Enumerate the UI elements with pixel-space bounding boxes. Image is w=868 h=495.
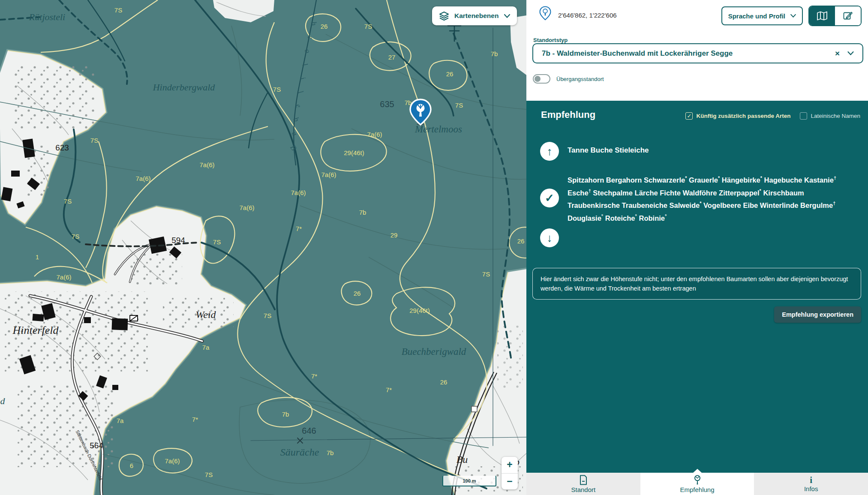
checkbox-unchecked-icon [800,112,807,120]
demoted-species-row: ↓ [540,228,859,247]
language-profile-label: Sprache und Profil [728,12,785,20]
latin-names-label: Lateinische Namen [811,113,860,119]
standorttyp-value: 7b - Waldmeister-Buchenwald mit Lockeräh… [542,49,733,58]
edit-icon [843,11,853,21]
map-icon [817,11,828,21]
info-icon: i [810,476,812,484]
suitable-species-list: Spitzahorn Bergahorn Schwarzerle* Grauer… [568,173,854,223]
chevron-down-icon [504,14,510,18]
zoom-control: + − [502,457,518,489]
layers-icon [439,11,449,21]
tab-infos[interactable]: i Infos [754,473,868,495]
tab-standort-label: Standort [571,486,595,493]
clear-selection-icon[interactable]: × [835,49,840,58]
empfehlung-title: Empfehlung [541,109,595,120]
map-layers-label: Kartenebenen [454,12,499,20]
tab-standort[interactable]: Standort [526,473,640,495]
standorttyp-label: Standortstyp [533,37,568,43]
promoted-species-list: Tanne Buche Stieleiche [568,142,649,155]
promoted-species-row: ↑ Tanne Buche Stieleiche [540,142,859,161]
view-toggle-group [808,6,862,26]
uebergangsstandort-toggle[interactable] [533,74,550,84]
tab-empfehlung-label: Empfehlung [680,486,714,493]
map-artwork [0,0,526,495]
map-view-button[interactable] [809,6,835,25]
future-species-checkbox[interactable]: ✓ Künftig zusätzlich passende Arten [685,112,790,120]
future-species-label: Künftig zusätzlich passende Arten [696,113,790,119]
check-circle-icon: ✓ [540,189,559,207]
suitable-species-row: ✓ Spitzahorn Bergahorn Schwarzerle* Grau… [540,173,859,223]
app-logo-pin-icon [539,6,551,21]
location-marker-pin[interactable] [409,99,432,126]
coordinates-readout: 2'646'862, 1'222'606 [558,12,617,19]
uebergangsstandort-label: Übergangsstandort [556,76,604,82]
latin-names-checkbox[interactable]: Lateinische Namen [800,112,860,120]
recommendation-note: Hier ändert sich zwar die Höhenstufe nic… [532,268,861,300]
tree-pin-icon [693,475,702,485]
export-recommendation-button[interactable]: Empfehlung exportieren [774,306,861,323]
arrow-down-circle-icon: ↓ [540,228,559,247]
option-checkboxes: ✓ Künftig zusätzlich passende Arten Late… [685,112,860,120]
map-canvas[interactable]: 7S267S277b267S7b7S7a(6)7S29(46t)7a(6)7a(… [0,0,526,495]
zoom-out-button[interactable]: − [502,474,518,490]
toggle-knob [535,76,541,82]
map-scalebar: 100 m [442,476,496,486]
empfehlung-panel: Empfehlung ✓ Künftig zusätzlich passende… [526,101,868,473]
tab-infos-label: Infos [804,485,818,492]
standorttyp-select[interactable]: 7b - Waldmeister-Buchenwald mit Lockeräh… [532,43,863,63]
map-layers-button[interactable]: Kartenebenen [432,6,517,25]
arrow-up-circle-icon: ↑ [540,142,559,161]
chevron-down-icon [790,14,796,18]
checkbox-checked-icon: ✓ [685,112,693,120]
tab-empfehlung[interactable]: Empfehlung [640,473,754,495]
chevron-down-icon[interactable] [847,51,854,55]
bottom-tabbar: Standort Empfehlung i Infos [526,473,868,495]
document-icon [579,475,588,485]
language-profile-button[interactable]: Sprache und Profil [721,6,803,25]
side-panel: 2'646'862, 1'222'606 Sprache und Profil … [526,0,868,495]
edit-view-button[interactable] [835,6,861,25]
zoom-in-button[interactable]: + [502,457,518,473]
scalebar-label: 100 m [463,478,476,483]
